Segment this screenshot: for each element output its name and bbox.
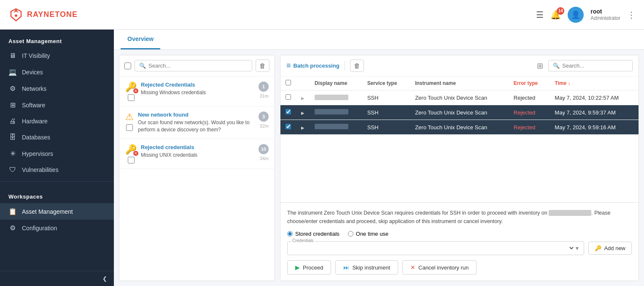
toolbar-separator: [345, 61, 345, 71]
info-panel: The instrument Zero Touch Unix Device Sc…: [280, 202, 639, 281]
hypervisors-icon: ✳: [8, 150, 17, 158]
left-search-input[interactable]: [148, 63, 248, 69]
expand-arrow-icon-1[interactable]: ▶: [301, 96, 304, 101]
tab-bar: Overview: [114, 30, 644, 50]
notif-checkbox-3[interactable]: [128, 157, 135, 163]
notif-checkbox-1[interactable]: [128, 94, 135, 101]
list-item[interactable]: 🔑✕ Rejected credentials Missing UNIX cre…: [119, 139, 275, 169]
notif-time-3: 34m: [260, 156, 269, 161]
right-delete-button[interactable]: 🗑: [350, 60, 364, 72]
cancel-inventory-button[interactable]: ✕ Cancel inventory run: [402, 260, 477, 275]
chevron-left-icon: ❮: [102, 275, 107, 282]
expand-arrow-icon-3[interactable]: ▶: [301, 125, 304, 130]
databases-icon: 🗄: [8, 133, 17, 141]
instrument-name-2: Zero Touch Unix Device Scan: [410, 105, 509, 120]
select-all-checkbox[interactable]: [124, 63, 131, 69]
th-time[interactable]: Time ↓: [550, 76, 639, 90]
config-icon: ⚙: [8, 224, 17, 232]
notif-meta-1: 1 31m: [259, 82, 269, 98]
table-row[interactable]: ▶ SSH Zero Touch Unix Device Scan Reject…: [280, 105, 639, 120]
sidebar-section-workspaces: Workspaces: [0, 185, 114, 203]
sidebar-item-configuration[interactable]: ⚙ Configuration: [0, 220, 114, 236]
sidebar-item-label-software: Software: [22, 102, 45, 109]
notification-bell-button[interactable]: 🔔 14: [550, 10, 561, 20]
top-header: RAYNETONE ☰ 🔔 14 👤 root Administrator ⋮: [0, 0, 644, 30]
left-panel-toolbar: 🔍 🗑: [119, 55, 275, 76]
batch-lines-icon: ≡: [286, 61, 291, 70]
th-service-type[interactable]: Service type: [362, 76, 410, 90]
sidebar-item-software[interactable]: ⊞ Software: [0, 97, 114, 113]
credentials-select[interactable]: [292, 245, 575, 252]
sidebar-item-label-it-visibility: IT Visibility: [22, 52, 50, 59]
radio-stored-credentials[interactable]: Stored credentials: [287, 231, 340, 237]
sidebar-item-devices[interactable]: 💻 Devices: [0, 64, 114, 80]
skip-instrument-button[interactable]: ⏭ Skip instrument: [335, 260, 398, 275]
table-select-all-checkbox[interactable]: [286, 80, 291, 85]
sidebar-item-databases[interactable]: 🗄 Databases: [0, 129, 114, 145]
sidebar-item-asset-management[interactable]: 📋 Asset Management: [0, 203, 114, 220]
row-checkbox-3[interactable]: [286, 124, 291, 129]
list-item[interactable]: 🔑✕ Rejected Credentials Missing Windows …: [119, 76, 275, 106]
notif-count-2: 3: [259, 112, 269, 122]
radio-stored-input[interactable]: [287, 231, 293, 237]
list-icon-button[interactable]: ☰: [536, 10, 544, 20]
batch-processing-button[interactable]: ≡ Batch processing: [286, 61, 340, 70]
expand-arrow-icon-2[interactable]: ▶: [301, 111, 304, 115]
collapse-sidebar-button[interactable]: ❮: [0, 271, 114, 286]
delete-button[interactable]: 🗑: [256, 60, 269, 72]
table-row[interactable]: ▶ SSH Zero Touch Unix Device Scan Reject…: [280, 120, 639, 135]
blurred-host-2: [315, 109, 348, 114]
th-instrument-name[interactable]: Instrument name: [410, 76, 509, 90]
right-search-input[interactable]: [562, 63, 628, 69]
right-search-icon: 🔍: [553, 63, 560, 69]
left-search-wrap: 🔍: [135, 60, 252, 71]
th-error-type[interactable]: Error type: [509, 76, 550, 90]
play-icon: ▶: [295, 264, 300, 271]
radio-onetime-input[interactable]: [348, 231, 353, 237]
service-type-2: SSH: [362, 105, 410, 120]
grid-view-icon[interactable]: ⊞: [537, 61, 543, 71]
notif-meta-3: 10 34m: [259, 144, 269, 161]
key-icon-2: 🔑✕: [125, 144, 137, 155]
notif-time-1: 31m: [260, 93, 269, 98]
row-checkbox-2[interactable]: [286, 109, 291, 114]
list-item[interactable]: ⚠ New network found Our scan found new n…: [119, 106, 275, 139]
sidebar-item-label-devices: Devices: [22, 69, 43, 76]
proceed-button[interactable]: ▶ Proceed: [287, 260, 331, 275]
notif-checkbox-2[interactable]: [126, 124, 133, 131]
row-checkbox-1[interactable]: [286, 94, 291, 100]
notif-content-2: New network found Our scan found new net…: [138, 112, 254, 133]
avatar[interactable]: 👤: [568, 7, 584, 23]
credentials-label: Credentials: [291, 238, 315, 243]
sidebar-section-asset-management: Asset Management: [0, 30, 114, 48]
table-row[interactable]: ▶ ██████ SSH Zero Touch Unix Device Scan…: [280, 90, 639, 105]
th-display-name[interactable]: Display name: [310, 76, 362, 90]
sidebar-item-hypervisors[interactable]: ✳ Hypervisors: [0, 145, 114, 162]
sidebar-item-label-asset-management: Asset Management: [22, 208, 73, 215]
left-panel: 🔍 🗑 🔑✕ R: [119, 55, 275, 281]
add-new-button[interactable]: 🔑 Add new: [588, 242, 632, 255]
sidebar-item-networks[interactable]: ⚙ Networks: [0, 80, 114, 97]
user-name: root: [590, 8, 620, 15]
notif-title-2: New network found: [138, 112, 254, 118]
panels: 🔍 🗑 🔑✕ R: [114, 50, 644, 286]
shield-icon: 🛡: [8, 166, 17, 174]
notif-desc-2: Our scan found new network(s). Would you…: [138, 119, 254, 133]
sidebar: Asset Management 🖥 IT Visibility 💻 Devic…: [0, 30, 114, 286]
credentials-row: Credentials ▼ 🔑 Add new: [287, 241, 632, 255]
error-type-3: Rejected: [509, 120, 550, 135]
sidebar-item-hardware[interactable]: 🖨 Hardware: [0, 113, 114, 129]
radio-onetime-use[interactable]: One time use: [348, 231, 388, 237]
service-type-3: SSH: [362, 120, 410, 135]
sidebar-item-label-vulnerabilities: Vulnerabilities: [22, 166, 59, 173]
monitor-icon: 🖥: [8, 52, 17, 60]
sidebar-item-label-networks: Networks: [22, 85, 46, 92]
data-table: Display name Service type Instrument nam…: [280, 76, 639, 135]
tab-overview[interactable]: Overview: [121, 30, 160, 49]
notif-title-1: Rejected Credentials: [141, 82, 254, 88]
sidebar-item-it-visibility[interactable]: 🖥 IT Visibility: [0, 48, 114, 64]
more-options-button[interactable]: ⋮: [627, 10, 636, 20]
notif-time-2: 32m: [260, 123, 269, 128]
briefcase-icon: 📋: [8, 207, 17, 215]
sidebar-item-vulnerabilities[interactable]: 🛡 Vulnerabilities: [0, 162, 114, 178]
